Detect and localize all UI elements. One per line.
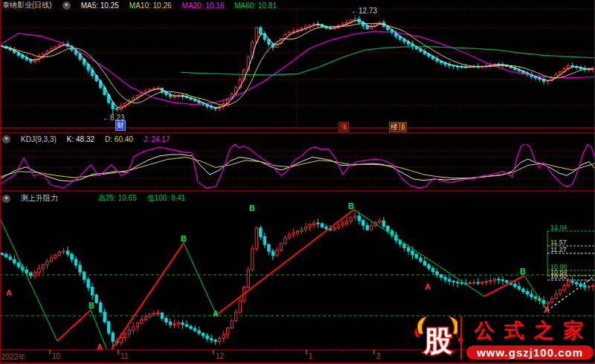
ma10-label: MA10: 10.26 xyxy=(129,1,172,10)
stock-app-window: 泰纳影业(日线) ▾ MA5: 10.25 MA10: 10.26 MA20: … xyxy=(0,0,595,364)
zigzag-marker-A: A xyxy=(97,342,103,351)
diamond-icon: ◆ xyxy=(457,334,463,344)
collapse-chevron-icon[interactable]: ▾ xyxy=(2,135,10,143)
event-badge: 财 xyxy=(115,120,126,131)
collapse-chevron-icon[interactable]: ▾ xyxy=(2,195,10,203)
stock-title: 泰纳影业(日线) xyxy=(2,0,52,10)
zigzag-marker-B: B xyxy=(89,301,94,310)
main-chart-header: 泰纳影业(日线) ▾ MA5: 10.25 MA10: 10.26 MA20: … xyxy=(0,0,595,10)
kdj-j-value: J: 24.17 xyxy=(144,135,170,143)
zigzag-marker-B: B xyxy=(181,234,187,243)
axis-month-label: 1 xyxy=(309,352,313,360)
indicator-high25: 高25: 10.65 xyxy=(98,193,137,204)
logo-divider: ◆ xyxy=(460,316,462,360)
axis-month-label: 2 xyxy=(376,352,381,360)
zigzag-marker-A: A xyxy=(544,305,550,314)
kdj-k-value: K: 48.32 xyxy=(67,135,94,143)
logo-title: 公式之家 xyxy=(467,317,594,344)
axis-year-label: 2022年 xyxy=(1,352,25,363)
zigzag-marker-A: A xyxy=(213,309,219,318)
indicator-header: ▾ 测上升阻力 高25: 10.65 低100: 9.41 xyxy=(0,193,595,204)
indicator-title: 测上升阻力 xyxy=(21,193,58,204)
ma20-label: MA20: 10.16 xyxy=(182,1,225,10)
event-badge: 涨 xyxy=(338,122,349,132)
resistance-level-label: 11.57 xyxy=(550,238,567,246)
ma60-label: MA60: 10.81 xyxy=(234,1,277,10)
axis-month-label: 12 xyxy=(216,352,224,360)
resistance-level-label: 10.52 xyxy=(550,273,567,280)
event-badge: 楼顶 xyxy=(389,122,407,132)
zigzag-marker-A: A xyxy=(425,282,431,291)
logo-website-link[interactable]: www.gszj100.com xyxy=(466,345,594,360)
kdj-title: KDJ(9,3,3) xyxy=(21,135,57,143)
axis-month-label: 10 xyxy=(52,352,60,360)
ma5-label: MA5: 10.25 xyxy=(81,1,119,10)
kdj-header: ▾ KDJ(9,3,3) K: 48.32 D: 60.40 J: 24.17 xyxy=(0,134,595,144)
collapse-chevron-icon[interactable]: ▾ xyxy=(62,1,71,10)
indicator-low100: 低100: 9.41 xyxy=(147,193,186,204)
axis-month-label: 11 xyxy=(120,352,128,360)
bull-stock-char: 股 xyxy=(423,325,452,357)
zigzag-marker-A: A xyxy=(6,288,12,297)
zigzag-marker-B: B xyxy=(520,267,526,276)
gszj-logo: 股 ◆ 公式之家 www.gszj100.com xyxy=(414,314,594,362)
resistance-level-label: 11.27 xyxy=(550,246,567,253)
kdj-d-value: D: 60.40 xyxy=(105,135,133,143)
resistance-level-label: 12.04 xyxy=(550,224,567,231)
bull-stock-icon: 股 xyxy=(414,315,457,361)
zigzag-marker-B: B xyxy=(249,204,255,212)
